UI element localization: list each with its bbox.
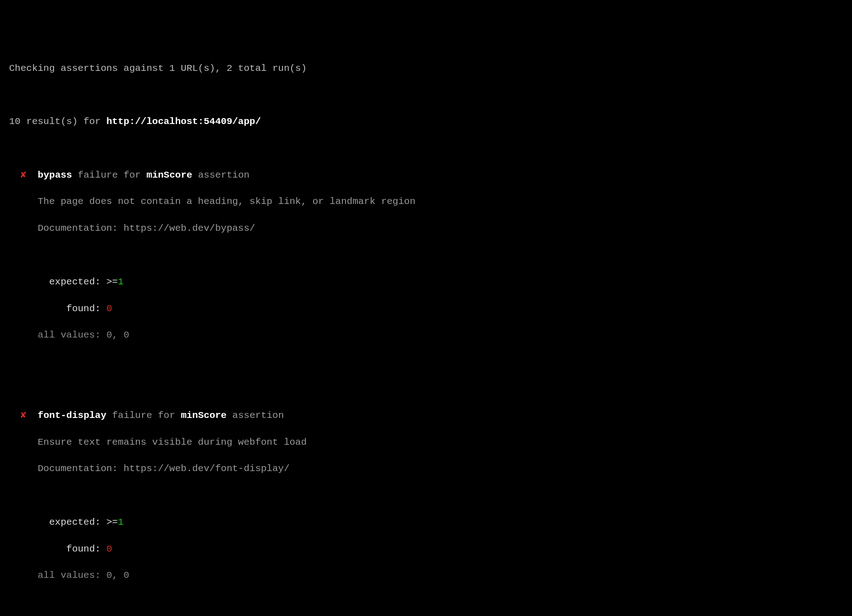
expected-line: expected: >=1	[9, 516, 843, 529]
allvalues-val: 0, 0	[106, 330, 129, 340]
doc-prefix: Documentation:	[38, 463, 124, 474]
intro-text: Checking assertions against 1 URL(s), 2 …	[9, 63, 307, 74]
found-val: 0	[106, 303, 112, 314]
assertion-word: assertion	[227, 410, 284, 421]
doc-prefix: Documentation:	[38, 223, 124, 233]
allvalues-line: all values: 0, 0	[9, 328, 843, 342]
blank	[9, 382, 843, 395]
expected-line: expected: >=1	[9, 275, 843, 288]
check-name: minScore	[147, 170, 193, 180]
found-line: found: 0	[9, 542, 843, 556]
blank	[9, 355, 843, 368]
assertion-word: assertion	[192, 170, 249, 180]
desc-text: The page does not contain a heading, ski…	[38, 196, 416, 207]
expected-label: expected:	[49, 277, 106, 287]
blank	[9, 489, 843, 502]
failure-word: failure for	[106, 410, 181, 421]
expected-val: 1	[118, 517, 124, 527]
allvalues-line: all values: 0, 0	[9, 569, 843, 582]
failure-title: ✘ bypass failure for minScore assertion	[9, 169, 843, 182]
allvalues-label: all values:	[38, 330, 106, 340]
failure-title: ✘ font-display failure for minScore asse…	[9, 409, 843, 422]
gte: >=	[106, 277, 118, 287]
cross-icon: ✘	[20, 410, 26, 421]
cross-icon: ✘	[20, 170, 26, 180]
intro-line: Checking assertions against 1 URL(s), 2 …	[9, 62, 843, 75]
audit-name: font-display	[38, 410, 106, 421]
doc-url: https://web.dev/bypass/	[124, 223, 255, 233]
failure-desc: The page does not contain a heading, ski…	[9, 195, 843, 208]
blank	[9, 248, 843, 262]
expected-label: expected:	[49, 517, 106, 527]
audit-name: bypass	[38, 170, 72, 180]
results-line: 10 result(s) for http://localhost:54409/…	[9, 115, 843, 128]
doc-url: https://web.dev/font-display/	[124, 463, 289, 474]
results-url: http://localhost:54409/app/	[106, 116, 261, 127]
gte: >=	[106, 517, 118, 527]
blank	[9, 596, 843, 609]
blank	[9, 88, 843, 101]
failure-desc: Ensure text remains visible during webfo…	[9, 436, 843, 449]
failure-doc: Documentation: https://web.dev/font-disp…	[9, 462, 843, 475]
failure-doc: Documentation: https://web.dev/bypass/	[9, 222, 843, 235]
found-label: found:	[66, 303, 106, 314]
desc-text: Ensure text remains visible during webfo…	[38, 437, 307, 447]
blank	[9, 142, 843, 155]
found-val: 0	[106, 544, 112, 554]
check-name: minScore	[181, 410, 227, 421]
found-line: found: 0	[9, 302, 843, 315]
results-count: 10 result(s) for	[9, 116, 106, 127]
found-label: found:	[66, 544, 106, 554]
allvalues-val: 0, 0	[106, 570, 129, 581]
allvalues-label: all values:	[38, 570, 106, 581]
expected-val: 1	[118, 277, 124, 287]
failure-word: failure for	[72, 170, 147, 180]
